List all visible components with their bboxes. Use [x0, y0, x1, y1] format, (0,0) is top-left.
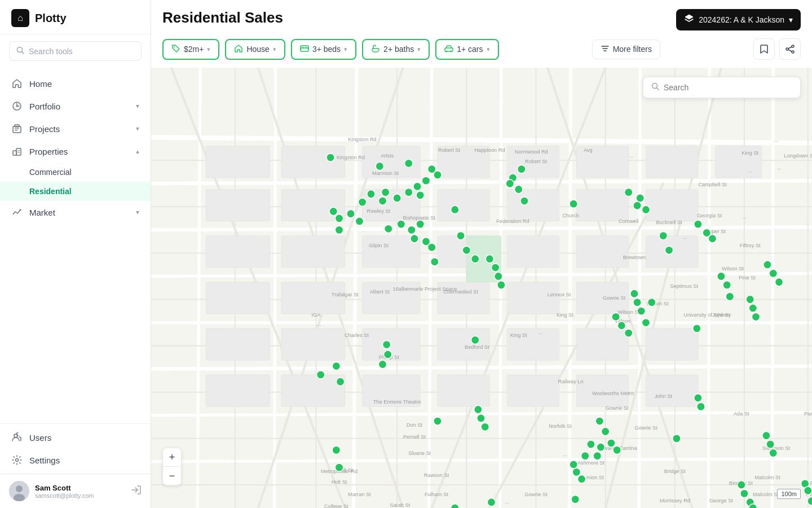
map-pin[interactable]	[491, 264, 499, 271]
map-pin[interactable]	[570, 461, 577, 468]
map-pin[interactable]	[593, 452, 601, 459]
map-pin[interactable]	[694, 220, 702, 228]
map-pin[interactable]	[347, 209, 355, 217]
map-pin[interactable]	[723, 281, 731, 289]
map-pin[interactable]	[336, 378, 344, 386]
map-pin[interactable]	[642, 318, 650, 326]
sidebar-item-commercial[interactable]: Commercial	[0, 163, 151, 182]
map-pin[interactable]	[477, 414, 485, 422]
map-pin[interactable]	[571, 495, 579, 503]
map-pin[interactable]	[769, 269, 777, 277]
map-pin[interactable]	[693, 325, 701, 332]
map-pin[interactable]	[471, 255, 479, 263]
map-pin[interactable]	[740, 489, 748, 497]
map-pin[interactable]	[358, 198, 366, 206]
map-pin[interactable]	[746, 295, 754, 303]
map-pin[interactable]	[416, 220, 424, 228]
map-pin[interactable]	[752, 313, 760, 321]
map-pin[interactable]	[694, 394, 702, 402]
map-pin[interactable]	[431, 258, 439, 266]
map-pin[interactable]	[775, 278, 783, 286]
map-pin[interactable]	[633, 298, 641, 306]
map-pin[interactable]	[378, 197, 386, 205]
map-pin[interactable]	[708, 235, 716, 243]
map-pin[interactable]	[807, 497, 812, 505]
map-pin[interactable]	[487, 498, 495, 506]
map-pin[interactable]	[329, 207, 337, 215]
map-pin[interactable]	[570, 200, 577, 208]
map-pin[interactable]	[762, 432, 770, 440]
map-pin[interactable]	[428, 243, 436, 251]
map-pin[interactable]	[648, 298, 656, 306]
map-pin[interactable]	[766, 440, 774, 448]
map-container[interactable]: Kingston Rd Marmion St Rowley St Bishopg…	[151, 68, 812, 508]
filter-baths-button[interactable]: 2+ baths ▾	[362, 39, 430, 60]
map-pin[interactable]	[457, 231, 465, 239]
map-pin[interactable]	[413, 182, 421, 190]
map-pin[interactable]	[335, 226, 343, 234]
search-tools-input[interactable]: Search tools	[9, 41, 142, 61]
map-pin[interactable]	[673, 435, 681, 443]
map-pin[interactable]	[749, 304, 757, 312]
map-pin[interactable]	[633, 202, 641, 209]
map-pin[interactable]	[384, 351, 392, 358]
map-pin[interactable]	[434, 171, 442, 179]
map-pin[interactable]	[518, 165, 526, 173]
sidebar-item-properties[interactable]: Properties ▴	[0, 140, 151, 163]
map-pin[interactable]	[515, 185, 523, 193]
filter-cars-button[interactable]: 1+ cars ▾	[435, 39, 498, 60]
map-pin[interactable]	[317, 371, 325, 379]
map-pin[interactable]	[355, 217, 363, 225]
map-pin[interactable]	[597, 443, 604, 451]
sidebar-item-market[interactable]: Market ▾	[0, 201, 151, 224]
map-pin[interactable]	[397, 220, 405, 228]
map-pin[interactable]	[595, 417, 603, 425]
map-pin[interactable]	[642, 205, 650, 213]
map-pin[interactable]	[497, 281, 505, 289]
map-pin[interactable]	[471, 336, 479, 344]
bookmark-button[interactable]	[753, 38, 775, 60]
map-pin[interactable]	[378, 360, 386, 368]
map-pin[interactable]	[587, 440, 595, 448]
map-pin[interactable]	[332, 446, 340, 454]
map-pin[interactable]	[572, 468, 580, 476]
map-pin[interactable]	[637, 307, 645, 315]
map-pin[interactable]	[408, 226, 416, 234]
map-pin[interactable]	[581, 452, 589, 459]
filter-beds-button[interactable]: 3+ beds ▾	[291, 39, 356, 60]
map-pin[interactable]	[405, 159, 413, 167]
map-pin[interactable]	[451, 504, 459, 508]
map-pin[interactable]	[405, 188, 413, 196]
map-pin[interactable]	[636, 194, 644, 202]
map-pin[interactable]	[613, 446, 621, 454]
filter-type-button[interactable]: House ▾	[225, 39, 285, 60]
more-filters-button[interactable]: More filters	[592, 40, 660, 59]
map-pin[interactable]	[726, 292, 734, 300]
map-pin[interactable]	[520, 197, 528, 205]
map-pin[interactable]	[630, 290, 638, 297]
zoom-in-button[interactable]: +	[163, 448, 181, 466]
map-pin[interactable]	[665, 246, 673, 254]
map-pin[interactable]	[422, 177, 430, 185]
map-pin[interactable]	[612, 313, 620, 321]
map-pin[interactable]	[764, 261, 771, 269]
sidebar-item-projects[interactable]: Projects ▾	[0, 117, 151, 140]
sidebar-item-home[interactable]: Home	[0, 72, 151, 95]
map-pin[interactable]	[804, 487, 812, 494]
sidebar-item-settings[interactable]: Settings	[0, 449, 151, 471]
map-pin[interactable]	[738, 481, 745, 489]
map-pin[interactable]	[335, 214, 343, 222]
map-pin[interactable]	[462, 246, 470, 254]
map-pin[interactable]	[601, 427, 609, 435]
map-pin[interactable]	[697, 402, 705, 410]
zoom-out-button[interactable]: −	[163, 467, 181, 485]
map-pin[interactable]	[385, 225, 392, 233]
map-pin[interactable]	[607, 439, 615, 447]
map-pin[interactable]	[411, 235, 418, 243]
map-pin[interactable]	[506, 179, 514, 187]
map-pin[interactable]	[625, 329, 633, 337]
share-button[interactable]	[779, 38, 801, 60]
map-pin[interactable]	[376, 162, 383, 170]
map-pin[interactable]	[749, 504, 757, 508]
sidebar-item-users[interactable]: Users	[0, 426, 151, 449]
